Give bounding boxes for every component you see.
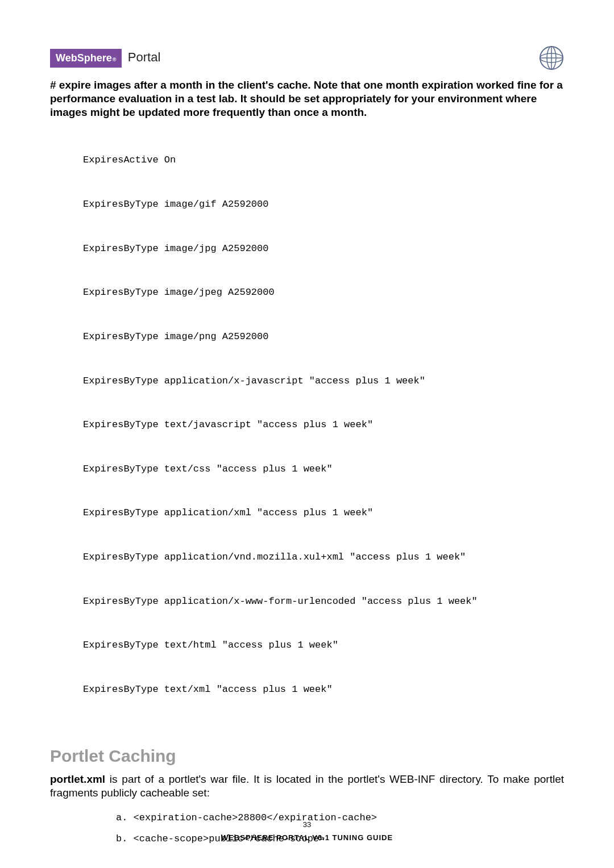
- code-line: ExpiresByType text/css "access plus 1 we…: [83, 464, 564, 475]
- code-line: ExpiresByType application/vnd.mozilla.xu…: [83, 552, 564, 563]
- code-line: ExpiresByType image/jpeg A2592000: [83, 287, 564, 298]
- page-footer: 33 WEBSPHERE PORTAL V6.1 TUNING GUIDE: [0, 820, 614, 842]
- code-line: ExpiresByType application/xml "access pl…: [83, 507, 564, 519]
- brand-name: WebSphere: [56, 52, 112, 64]
- globe-icon: [539, 45, 564, 70]
- brand: WebSphere® Portal: [50, 49, 160, 68]
- section-heading: Portlet Caching: [50, 746, 564, 766]
- code-line: ExpiresByType image/jpg A2592000: [83, 243, 564, 254]
- code-line: ExpiresByType text/xml "access plus 1 we…: [83, 684, 564, 695]
- body-rest: is part of a portlet's war file. It is l…: [50, 773, 564, 799]
- code-line: ExpiresActive On: [83, 155, 564, 166]
- body-paragraph: portlet.xml is part of a portlet's war f…: [50, 773, 564, 800]
- body-lead: portlet.xml: [50, 773, 105, 785]
- brand-portal: Portal: [128, 50, 160, 64]
- code-line: ExpiresByType application/x-javascript "…: [83, 375, 564, 387]
- code-line: ExpiresByType image/gif A2592000: [83, 199, 564, 210]
- code-line: ExpiresByType application/x-www-form-url…: [83, 596, 564, 607]
- footer-title: WEBSPHERE PORTAL V6.1 TUNING GUIDE: [0, 833, 614, 842]
- page-header: WebSphere® Portal: [50, 45, 564, 70]
- code-line: ExpiresByType text/javascript "access pl…: [83, 419, 564, 431]
- code-block: ExpiresActive On ExpiresByType image/gif…: [83, 132, 564, 728]
- brand-sub: ®: [113, 57, 117, 62]
- brand-badge: WebSphere®: [50, 49, 122, 68]
- page-number: 33: [0, 820, 614, 829]
- code-line: ExpiresByType text/html "access plus 1 w…: [83, 640, 564, 651]
- intro-paragraph: # expire images after a month in the cli…: [50, 78, 564, 119]
- code-line: ExpiresByType image/png A2592000: [83, 331, 564, 343]
